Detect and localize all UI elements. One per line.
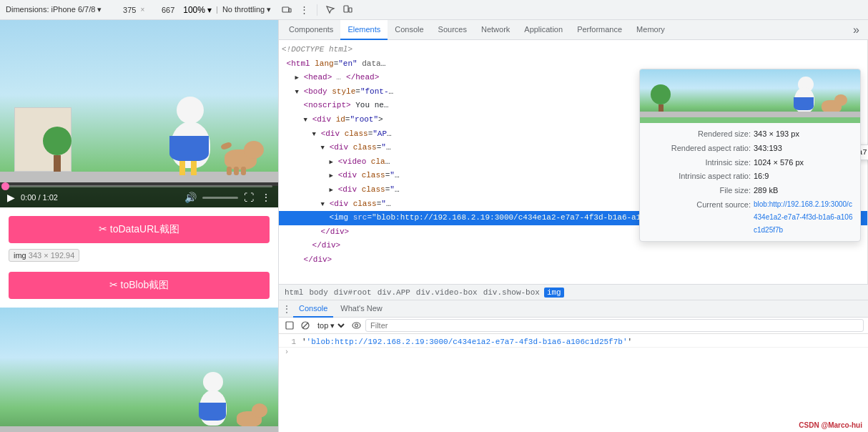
html-val-lang: "en" [338,59,357,68]
tree-line-doctype[interactable]: <!DOCTYPE html> [279,43,867,57]
file-size-row: File size: 289 kB [647,184,853,198]
bc-html[interactable]: html [283,288,305,297]
bc-video-box[interactable]: div.video-box [415,288,479,297]
console-arrow[interactable]: › [279,348,868,357]
tab-components[interactable]: Components [282,20,340,40]
console-filter-input[interactable] [365,319,864,332]
tab-elements[interactable]: Elements [340,20,388,40]
html-attr-lang: lang [315,59,333,68]
html-data-attr: data [362,59,380,68]
indent-5 [282,156,325,169]
video-more-button[interactable]: ⋮ [260,190,272,205]
rendered-aspect-label: Rendered aspect ratio: [647,142,751,156]
console-output[interactable]: 1 ''blob:http://192.168.2.19:3000/c434e1… [279,334,868,432]
width-input[interactable] [110,6,136,14]
div11-class-attr: class [362,185,385,194]
preview-image [0,308,278,432]
tab-memory[interactable]: Memory [629,20,672,40]
device-toggle-icon[interactable] [340,3,355,17]
intrinsic-size-label: Intrinsic size: [647,156,751,170]
progress-bar[interactable] [6,185,272,187]
video-cla-attr: cla [371,157,385,166]
to-data-url-button[interactable]: ✂ toDataURL截图 [9,216,270,243]
fullscreen-button[interactable]: ⛶ [242,190,255,205]
inner-tag: <div [330,143,348,152]
noscript-tag: <noscript> [304,101,351,109]
head-toggle[interactable]: ▶ [295,74,299,82]
app-toggle[interactable]: ▼ [312,131,316,138]
to-blob-button[interactable]: ✂ toBlob截图 [9,272,270,299]
root-toggle[interactable]: ▼ [304,117,307,124]
div11-class-val: " [390,185,395,194]
volume-bar[interactable] [202,197,238,199]
height-input[interactable] [149,6,174,14]
indent-2b [282,114,299,127]
video-controls: ▶ 0:00 / 1:02 🔊 ⛶ ⋮ [0,182,278,207]
device-select[interactable]: Dimensions: iPhone 6/7/8 ▾ [6,5,102,14]
zoom-select[interactable]: 100% ▾ [183,5,212,15]
inner-toggle[interactable]: ▼ [321,144,325,152]
throttle-select[interactable]: No throttling ▾ [222,5,271,14]
bc-root[interactable]: div#root [332,288,373,297]
elements-panel-area: <!DOCTYPE html> <html lang="en" data… ▶ … [279,40,868,300]
buttons-section: ✂ toDataURL截图 img 343 × 192.94 ✂ toBlob截… [0,207,278,308]
tree-line-close-div3[interactable]: </div> [279,253,867,267]
bc-show-box[interactable]: div.show-box [482,288,541,297]
showbox-class-val: " [381,200,386,208]
current-source-val[interactable]: blob:http://192.168.2.19:3000/c434e1a2-e… [754,198,853,237]
div11-tag: <div [338,185,357,194]
svg-rect-1 [289,9,291,12]
indent-3 [282,128,307,141]
eye-icon[interactable] [350,319,363,332]
svg-rect-4 [286,322,293,329]
console-toolbar: top ▾ [279,318,868,334]
close-div3: </div> [304,255,332,264]
close-div1: </div> [321,227,350,236]
responsive-icon[interactable] [280,3,294,17]
inspect-element-icon[interactable] [323,3,337,17]
intrinsic-size-val: 1024 × 576 px [754,156,804,170]
tab-application[interactable]: Application [517,20,570,40]
volume-button[interactable]: 🔊 [183,190,198,205]
div11-toggle[interactable]: ▶ [330,187,333,194]
tab-network[interactable]: Network [474,20,517,40]
close-div2: </div> [312,241,341,250]
console-tabs-bar: ⋮ Console What's New [279,300,868,318]
tab-performance[interactable]: Performance [570,20,629,40]
bc-img[interactable]: img [544,288,564,298]
intrinsic-aspect-label: Intrinsic aspect ratio: [647,170,751,184]
tabs-more-icon[interactable]: » [847,24,865,36]
console-tab-whatsnew[interactable]: What's New [335,300,388,318]
html-tag: <html [287,59,310,68]
rendered-size-label: Rendered size: [647,127,751,142]
console-level-select[interactable]: top ▾ [315,320,347,330]
tab-console[interactable]: Console [388,20,430,40]
showbox-toggle[interactable]: ▼ [321,201,325,208]
img-tag-el: <img [330,213,348,222]
bc-app[interactable]: div.APP [376,288,412,297]
bc-body[interactable]: body [307,288,329,297]
tooltip-preview [640,69,860,123]
body-toggle[interactable]: ▼ [295,89,299,96]
rendered-aspect-row: Rendered aspect ratio: 343:193 [647,142,853,156]
progress-thumb [1,182,9,190]
intrinsic-size-row: Intrinsic size: 1024 × 576 px [647,156,853,170]
file-size-val: 289 kB [754,184,778,198]
div10-toggle[interactable]: ▶ [330,172,333,180]
body-style-attr: style [332,87,355,96]
console-tab-dots[interactable]: ⋮ [282,304,292,314]
play-button[interactable]: ▶ [6,190,16,205]
vertical-sep [317,4,317,16]
svg-rect-2 [344,6,348,12]
time-display: 0:00 / 1:02 [21,193,58,202]
current-source-row: Current source: blob:http://192.168.2.19… [647,198,853,237]
tab-sources[interactable]: Sources [431,20,474,40]
more-icon[interactable]: ⋮ [297,3,311,17]
rendered-aspect-val: 343:193 [754,142,782,156]
console-tab-console[interactable]: Console [293,300,333,318]
block-icon[interactable] [299,319,312,332]
clear-console-icon[interactable] [283,319,296,332]
blob-url-text[interactable]: 'blob:http://192.168.2.19:3000/c434e1a2-… [307,338,628,346]
video-toggle[interactable]: ▶ [330,159,333,166]
img-tooltip-popup: Rendered size: 343 × 193 px Rendered asp… [639,69,861,242]
